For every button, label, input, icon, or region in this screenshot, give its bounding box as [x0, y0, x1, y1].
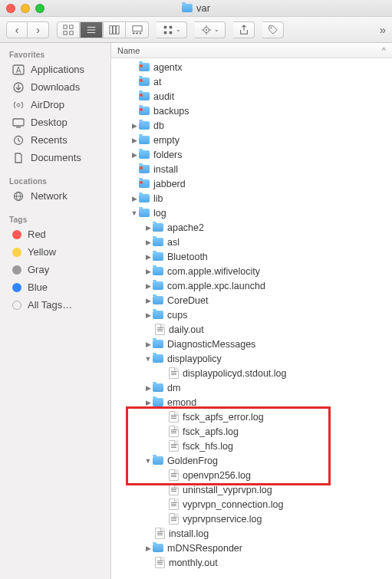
list-item[interactable]: fsck_hfs.log — [111, 439, 392, 453]
columns-icon — [109, 25, 120, 35]
list-item[interactable]: ▶db — [111, 118, 392, 133]
disclosure-triangle-icon[interactable]: ▶ — [143, 268, 153, 275]
sidebar-item-downloads[interactable]: Downloads — [0, 78, 110, 96]
gallery-view-button[interactable] — [126, 21, 149, 38]
close-window-button[interactable] — [6, 4, 15, 13]
list-item[interactable]: fsck_apfs_error.log — [111, 410, 392, 424]
list-item[interactable]: backups — [111, 104, 392, 118]
disclosure-triangle-icon[interactable]: ▶ — [143, 399, 153, 406]
list-item[interactable]: ▶Bluetooth — [111, 249, 392, 264]
grid-icon — [63, 25, 74, 35]
list-item[interactable]: ▶dm — [111, 380, 392, 395]
svg-rect-12 — [136, 32, 138, 34]
disclosure-triangle-icon[interactable]: ▶ — [130, 137, 139, 144]
list-item[interactable]: ▶DiagnosticMessages — [111, 337, 392, 351]
sidebar-item-applications[interactable]: AApplications — [0, 61, 110, 78]
list-item[interactable]: at — [111, 74, 392, 89]
tags-button[interactable] — [262, 21, 284, 38]
list-item[interactable]: ▶cups — [111, 308, 392, 322]
disclosure-triangle-icon[interactable]: ▶ — [143, 384, 153, 392]
disclosure-triangle-icon[interactable]: ▶ — [130, 122, 139, 130]
list-item[interactable]: vyprvpn_connection.log — [111, 497, 392, 512]
disclosure-triangle-icon[interactable]: ▼ — [143, 355, 153, 363]
tag-item-gray[interactable]: Gray — [0, 261, 110, 278]
item-name-label: com.apple.xpc.launchd — [167, 281, 265, 291]
sidebar-item-network[interactable]: Network — [0, 187, 110, 205]
list-item[interactable]: ▶com.apple.xpc.launchd — [111, 278, 392, 293]
rows-container[interactable]: agentxatauditbackups▶db▶empty▶foldersins… — [111, 58, 392, 579]
disclosure-triangle-icon[interactable]: ▶ — [143, 311, 153, 319]
disclosure-triangle-icon[interactable]: ▶ — [143, 282, 153, 290]
overflow-button[interactable]: » — [380, 23, 386, 36]
disclosure-triangle-icon[interactable]: ▼ — [143, 457, 153, 465]
tag-item-yellow[interactable]: Yellow — [0, 243, 110, 261]
list-item[interactable]: vyprvpnservice.log — [111, 512, 392, 526]
list-item[interactable]: uninstall_vyprvpn.log — [111, 482, 392, 497]
list-item[interactable]: ▶asl — [111, 235, 392, 249]
list-item[interactable]: openvpn256.log — [111, 468, 392, 482]
file-icon — [155, 557, 165, 568]
list-item[interactable]: jabberd — [111, 176, 392, 191]
list-item[interactable]: ▼displaypolicy — [111, 351, 392, 366]
item-name-label: folders — [153, 150, 183, 160]
sidebar-item-airdrop[interactable]: AirDrop — [0, 96, 110, 113]
sidebar-item-recents[interactable]: Recents — [0, 131, 110, 149]
action-button[interactable]: ⌄ — [195, 21, 226, 38]
list-item[interactable]: ▶CoreDuet — [111, 293, 392, 308]
tag-item-alltags[interactable]: All Tags… — [0, 296, 110, 314]
list-item[interactable]: ▼GoldenFrog — [111, 453, 392, 468]
disclosure-triangle-icon[interactable]: ▶ — [143, 253, 153, 261]
arrange-button[interactable]: ⌄ — [156, 21, 187, 38]
window-title: var — [182, 2, 210, 14]
svg-rect-8 — [113, 25, 116, 34]
disclosure-triangle-icon[interactable]: ▶ — [130, 195, 139, 202]
folder-icon — [139, 179, 150, 188]
list-header[interactable]: Name ^ — [111, 43, 392, 58]
folder-icon — [153, 456, 163, 465]
sidebar-item-desktop[interactable]: Desktop — [0, 113, 110, 131]
list-view-button[interactable] — [80, 21, 103, 38]
column-view-button[interactable] — [103, 21, 126, 38]
list-item[interactable]: monthly.out — [111, 555, 392, 570]
icon-view-button[interactable] — [57, 21, 80, 38]
disclosure-triangle-icon[interactable]: ▶ — [130, 151, 139, 159]
sidebar-item-label: Desktop — [31, 117, 68, 128]
tag-item-red[interactable]: Red — [0, 225, 110, 243]
list-item[interactable]: ▶empty — [111, 133, 392, 147]
share-button[interactable] — [233, 21, 255, 38]
list-item[interactable]: ▶emond — [111, 395, 392, 410]
list-item[interactable]: daily.out — [111, 322, 392, 337]
disclosure-triangle-icon[interactable]: ▼ — [130, 209, 139, 217]
list-item[interactable]: ▶lib — [111, 191, 392, 206]
item-name-label: displaypolicyd.stdout.log — [183, 368, 287, 379]
list-item[interactable]: ▼log — [111, 206, 392, 220]
back-button[interactable]: ‹ — [6, 21, 28, 38]
sidebar-item-documents[interactable]: Documents — [0, 149, 110, 166]
item-name-label: install — [153, 164, 178, 175]
list-item[interactable]: install — [111, 162, 392, 176]
list-item[interactable]: agentx — [111, 60, 392, 74]
disclosure-triangle-icon[interactable]: ▶ — [143, 544, 153, 552]
minimize-window-button[interactable] — [21, 4, 30, 13]
list-item[interactable]: audit — [111, 89, 392, 104]
gear-icon — [201, 25, 212, 35]
list-item[interactable]: fsck_apfs.log — [111, 424, 392, 439]
list-item[interactable]: ▶com.apple.wifivelocity — [111, 264, 392, 278]
item-name-label: daily.out — [169, 324, 204, 335]
disclosure-triangle-icon[interactable]: ▶ — [143, 340, 153, 348]
list-item[interactable]: displaypolicyd.stdout.log — [111, 366, 392, 380]
zoom-window-button[interactable] — [35, 4, 44, 13]
forward-button[interactable]: › — [28, 21, 49, 38]
svg-rect-16 — [163, 31, 166, 34]
list-item[interactable]: install.log — [111, 526, 392, 541]
list-item[interactable]: ▶mDNSResponder — [111, 541, 392, 555]
titlebar: var — [0, 0, 392, 17]
disclosure-triangle-icon[interactable]: ▶ — [143, 239, 153, 246]
list-item[interactable]: ▶apache2 — [111, 220, 392, 235]
item-name-label: backups — [153, 106, 189, 117]
disclosure-triangle-icon[interactable]: ▶ — [143, 224, 153, 232]
disclosure-triangle-icon[interactable]: ▶ — [143, 297, 153, 304]
folder-icon — [153, 544, 163, 552]
list-item[interactable]: ▶folders — [111, 147, 392, 162]
tag-item-blue[interactable]: Blue — [0, 278, 110, 296]
